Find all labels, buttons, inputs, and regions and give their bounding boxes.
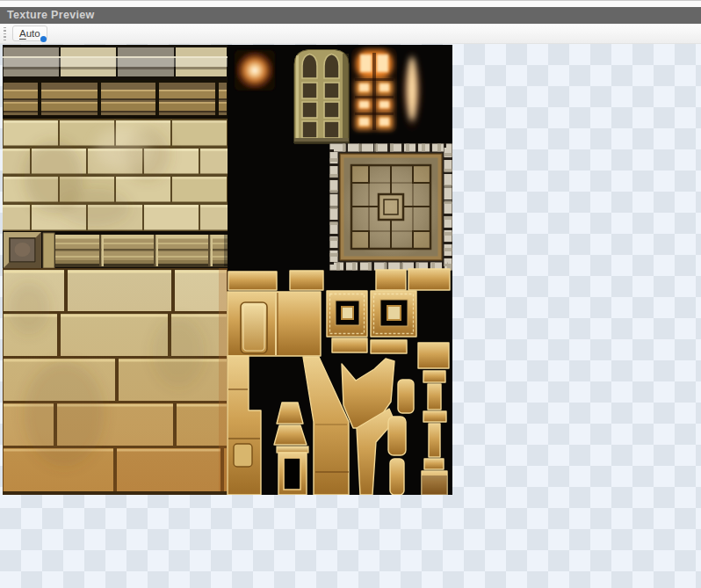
atlas-rosette-block [4, 232, 41, 268]
auto-button-label-rest: uto [26, 28, 40, 39]
gold-inset-square [234, 444, 252, 467]
atlas-light-beam-sprite [401, 48, 423, 133]
gold-bar [290, 271, 323, 290]
gold-bar [371, 340, 407, 353]
atlas-lit-window-sprite [351, 47, 397, 133]
gold-trapezoid-cap [277, 403, 303, 424]
panel-title: Texture Preview [7, 9, 94, 21]
gold-bar [332, 338, 367, 352]
atlas-gray-stone-course [3, 45, 228, 80]
toolbar: Auto [0, 24, 701, 44]
gold-bar [408, 269, 450, 290]
atlas-slatted-brick-course [3, 80, 228, 119]
atlas-ornate-tile-sprite [329, 143, 452, 271]
gold-lantern-niche [277, 446, 308, 495]
preview-canvas[interactable] [0, 44, 701, 588]
atlas-glow-sprite [235, 50, 275, 91]
toolbar-grip-icon[interactable] [4, 27, 6, 40]
panel-top-edge [0, 0, 701, 7]
texture-preview-panel: Texture Preview Auto [0, 0, 701, 588]
gold-window-block [371, 291, 416, 337]
gold-trapezoid-cap [274, 425, 307, 445]
titlebar[interactable]: Texture Preview [0, 7, 701, 24]
gold-bar [228, 272, 277, 290]
atlas-molding-beam [3, 231, 228, 268]
texture-atlas-image [3, 45, 452, 495]
gold-bar [376, 270, 406, 290]
notification-dot-icon [40, 36, 47, 42]
gold-window-block [327, 291, 367, 337]
gold-inset-pill [241, 302, 267, 353]
auto-button-mnemonic: A [19, 28, 26, 39]
atlas-arched-door-sprite [294, 50, 349, 144]
